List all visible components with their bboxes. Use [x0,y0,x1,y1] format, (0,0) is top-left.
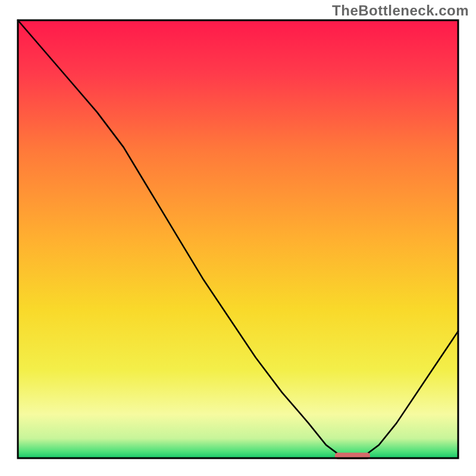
bottleneck-chart [0,0,476,476]
gradient-background [18,20,458,458]
chart-container: TheBottleneck.com [0,0,476,476]
watermark-text: TheBottleneck.com [332,2,469,19]
